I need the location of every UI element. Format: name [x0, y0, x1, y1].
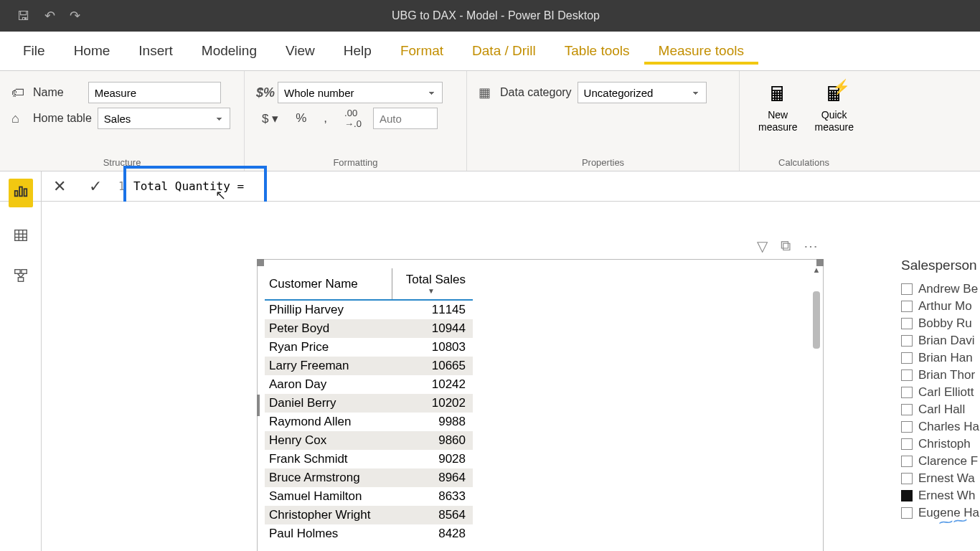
slicer-item[interactable]: Charles Ha: [901, 418, 980, 435]
cell-value: 10803: [392, 338, 473, 357]
menu-insert[interactable]: Insert: [124, 37, 187, 65]
report-view-icon[interactable]: [9, 179, 33, 207]
slicer-item[interactable]: Carl Elliott: [901, 384, 980, 401]
checkbox-icon[interactable]: [901, 387, 913, 398]
checkbox-icon[interactable]: [901, 456, 913, 467]
watermark: ⁓⁓: [938, 511, 968, 530]
formula-line-number: 1: [113, 180, 128, 193]
slicer-item[interactable]: Clarence F: [901, 453, 980, 470]
measure-name-input[interactable]: [88, 82, 221, 103]
group-properties-label: Properties: [479, 154, 727, 168]
resize-handle[interactable]: [257, 395, 260, 416]
group-calculations-label: Calculations: [751, 154, 857, 168]
table-row[interactable]: Bruce Armstrong8964: [265, 468, 473, 487]
checkbox-icon[interactable]: [901, 318, 913, 329]
home-table-select[interactable]: Sales: [98, 108, 230, 129]
cell-name: Christopher Wright: [265, 506, 392, 524]
slicer-item[interactable]: Brian Thor: [901, 367, 980, 384]
cell-name: Bruce Armstrong: [265, 468, 392, 487]
decimal-button[interactable]: .00→.0: [339, 106, 367, 131]
resize-handle[interactable]: [257, 259, 264, 266]
slicer-item-label: Ernest Wh: [918, 489, 975, 503]
checkbox-icon[interactable]: [901, 421, 913, 433]
scroll-up-icon[interactable]: ▲: [813, 265, 821, 274]
menu-modeling[interactable]: Modeling: [187, 37, 271, 65]
scrollbar[interactable]: ▲: [811, 265, 821, 545]
data-view-icon[interactable]: [13, 227, 29, 248]
col-customer-name[interactable]: Customer Name: [265, 268, 392, 300]
menu-home[interactable]: Home: [60, 37, 125, 65]
table-row[interactable]: Raymond Allen9988: [265, 413, 473, 431]
slicer-item-label: Christoph: [918, 437, 971, 451]
menu-table-tools[interactable]: Table tools: [550, 37, 644, 65]
calculator-icon: 🖩: [768, 83, 788, 106]
formula-commit-button[interactable]: ✓: [77, 177, 113, 196]
slicer-item[interactable]: Brian Han: [901, 349, 980, 367]
data-category-select[interactable]: Uncategorized: [578, 82, 707, 103]
slicer-item-label: Brian Davi: [918, 334, 974, 348]
save-icon[interactable]: 🖫: [17, 9, 30, 24]
menu-measure-tools[interactable]: Measure tools: [644, 37, 758, 65]
thousands-button[interactable]: ,: [318, 110, 333, 127]
new-measure-button[interactable]: 🖩 New measure: [751, 80, 804, 136]
formula-editor[interactable]: Total Quantity =: [128, 171, 980, 201]
menu-view[interactable]: View: [271, 37, 329, 65]
table-row[interactable]: Christopher Wright8564: [265, 506, 473, 524]
report-canvas[interactable]: ▽ ⧉ ⋯ Customer Name Total Sales ▼ Ph: [42, 202, 980, 551]
slicer-item[interactable]: Christoph: [901, 435, 980, 453]
currency-button[interactable]: $ ▾: [256, 110, 284, 128]
slicer-item[interactable]: Ernest Wh: [901, 487, 980, 504]
slicer-item[interactable]: Ernest Wa: [901, 470, 980, 487]
salesperson-slicer[interactable]: Salesperson Andrew BeArthur MoBobby RuBr…: [901, 258, 980, 522]
checkbox-icon[interactable]: [901, 369, 913, 381]
redo-icon[interactable]: ↷: [70, 8, 80, 24]
table-row[interactable]: Henry Cox9860: [265, 431, 473, 450]
checkbox-icon[interactable]: [901, 301, 913, 312]
checkbox-icon[interactable]: [901, 404, 913, 415]
decimal-places-input[interactable]: [373, 108, 438, 129]
undo-icon[interactable]: ↶: [44, 8, 55, 24]
slicer-item[interactable]: Carl Hall: [901, 401, 980, 418]
checkbox-icon[interactable]: [901, 335, 913, 347]
table-row[interactable]: Aaron Day10242: [265, 375, 473, 394]
table-row[interactable]: Daniel Berry10202: [265, 394, 473, 413]
slicer-item[interactable]: Brian Davi: [901, 332, 980, 349]
col-total-sales[interactable]: Total Sales ▼: [392, 268, 473, 300]
menu-help[interactable]: Help: [329, 37, 386, 65]
table-row[interactable]: Peter Boyd10944: [265, 319, 473, 338]
table-row[interactable]: Ryan Price10803: [265, 338, 473, 357]
table-visual[interactable]: ▽ ⧉ ⋯ Customer Name Total Sales ▼ Ph: [257, 259, 824, 551]
checkbox-icon[interactable]: [901, 490, 913, 501]
menu-data-drill[interactable]: Data / Drill: [458, 37, 550, 65]
table-row[interactable]: Frank Schmidt9028: [265, 450, 473, 468]
model-view-icon[interactable]: [13, 268, 29, 288]
filter-icon[interactable]: ▽: [757, 237, 768, 255]
table-row[interactable]: Phillip Harvey11145: [265, 300, 473, 319]
checkbox-icon[interactable]: [901, 283, 913, 295]
window-title: UBG to DAX - Model - Power BI Desktop: [98, 9, 894, 22]
checkbox-icon[interactable]: [901, 507, 913, 519]
checkbox-icon[interactable]: [901, 473, 913, 484]
slicer-item[interactable]: Arthur Mo: [901, 298, 980, 315]
table-row[interactable]: Larry Freeman10665: [265, 357, 473, 375]
slicer-item[interactable]: Andrew Be: [901, 281, 980, 298]
formula-cancel-button[interactable]: ✕: [42, 177, 77, 196]
table-row[interactable]: Paul Holmes8428: [265, 524, 473, 543]
menu-file[interactable]: File: [9, 37, 60, 65]
slicer-title: Salesperson: [901, 258, 980, 273]
checkbox-icon[interactable]: [901, 352, 913, 364]
checkbox-icon[interactable]: [901, 438, 913, 450]
quick-measure-button[interactable]: 🖩⚡ Quick measure: [807, 80, 860, 136]
cell-value: 10202: [392, 394, 473, 413]
more-options-icon[interactable]: ⋯: [804, 237, 818, 255]
menu-format[interactable]: Format: [386, 37, 458, 65]
cell-name: Samuel Hamilton: [265, 487, 392, 506]
slicer-item-label: Andrew Be: [918, 282, 978, 296]
scroll-thumb[interactable]: [813, 291, 820, 349]
cell-value: 8564: [392, 506, 473, 524]
focus-mode-icon[interactable]: ⧉: [781, 237, 791, 255]
data-type-select[interactable]: Whole number: [278, 82, 443, 103]
table-row[interactable]: Samuel Hamilton8633: [265, 487, 473, 506]
percent-button[interactable]: %: [290, 110, 312, 127]
slicer-item[interactable]: Bobby Ru: [901, 315, 980, 332]
